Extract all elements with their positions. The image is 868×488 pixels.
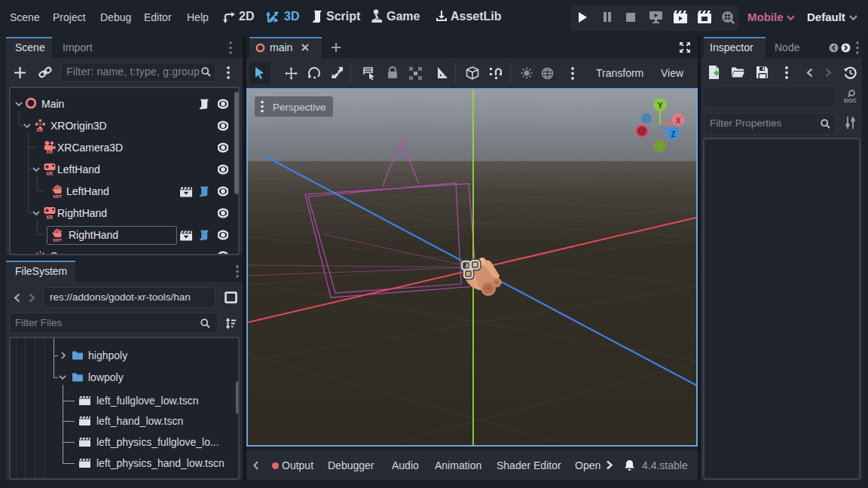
svg-text:XRT: XRT xyxy=(53,194,62,198)
svg-text:XR: XR xyxy=(36,127,43,132)
svg-text:Z: Z xyxy=(671,130,675,139)
svg-text:XRT: XRT xyxy=(53,238,62,242)
svg-text:XR: XR xyxy=(46,215,53,219)
svg-text:XR: XR xyxy=(46,171,53,175)
svg-text:XR: XR xyxy=(46,149,53,154)
svg-text:Y: Y xyxy=(658,102,663,110)
svg-text:X: X xyxy=(676,117,681,125)
svg-text:DOC: DOC xyxy=(844,97,857,104)
svg-text:Perspective: Perspective xyxy=(273,102,326,113)
